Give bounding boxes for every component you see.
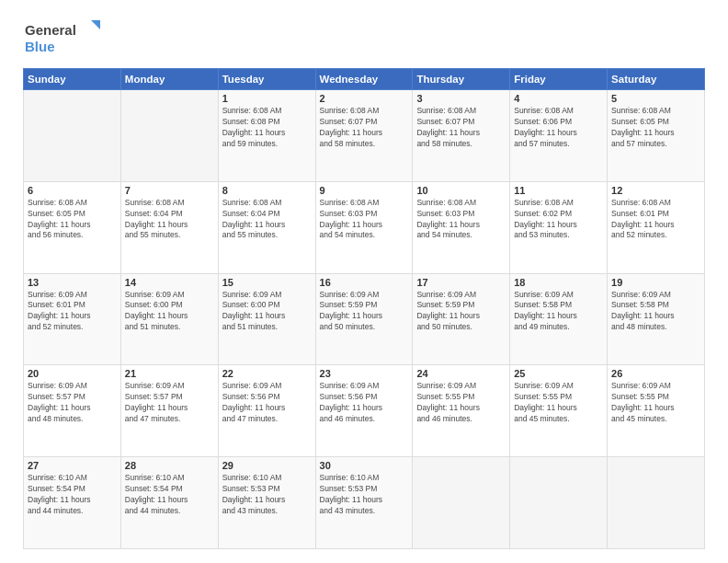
calendar-table: SundayMondayTuesdayWednesdayThursdayFrid…: [23, 68, 705, 549]
day-number: 10: [416, 185, 506, 196]
day-info: Sunrise: 6:09 AM Sunset: 5:56 PM Dayligh…: [320, 381, 409, 425]
week-row-5: 27Sunrise: 6:10 AM Sunset: 5:54 PM Dayli…: [24, 457, 705, 549]
day-cell-17: 17Sunrise: 6:09 AM Sunset: 5:59 PM Dayli…: [413, 273, 510, 365]
day-number: 22: [222, 368, 312, 379]
empty-cell: [120, 90, 218, 182]
day-number: 12: [611, 185, 700, 196]
day-number: 25: [514, 368, 603, 379]
day-info: Sunrise: 6:09 AM Sunset: 5:59 PM Dayligh…: [416, 290, 506, 334]
header: General Blue: [23, 18, 705, 57]
day-number: 4: [514, 93, 603, 104]
day-number: 7: [125, 185, 214, 196]
day-info: Sunrise: 6:08 AM Sunset: 6:03 PM Dayligh…: [320, 198, 409, 242]
day-cell-28: 28Sunrise: 6:10 AM Sunset: 5:54 PM Dayli…: [120, 457, 218, 549]
day-cell-20: 20Sunrise: 6:09 AM Sunset: 5:57 PM Dayli…: [24, 365, 121, 457]
day-number: 29: [222, 460, 312, 471]
day-info: Sunrise: 6:09 AM Sunset: 6:00 PM Dayligh…: [125, 290, 214, 334]
empty-cell: [510, 457, 608, 549]
weekday-header-wednesday: Wednesday: [315, 69, 413, 90]
day-number: 14: [125, 277, 214, 288]
day-number: 18: [514, 277, 603, 288]
day-number: 28: [125, 460, 214, 471]
day-info: Sunrise: 6:10 AM Sunset: 5:53 PM Dayligh…: [222, 473, 312, 517]
day-cell-1: 1Sunrise: 6:08 AM Sunset: 6:08 PM Daylig…: [218, 90, 315, 182]
day-cell-29: 29Sunrise: 6:10 AM Sunset: 5:53 PM Dayli…: [218, 457, 315, 549]
week-row-1: 1Sunrise: 6:08 AM Sunset: 6:08 PM Daylig…: [24, 90, 705, 182]
weekday-header-friday: Friday: [510, 69, 608, 90]
day-info: Sunrise: 6:09 AM Sunset: 5:57 PM Dayligh…: [125, 381, 214, 425]
page: General Blue SundayMondayTuesdayWednesda…: [0, 0, 728, 563]
weekday-header-row: SundayMondayTuesdayWednesdayThursdayFrid…: [24, 69, 705, 90]
svg-text:General: General: [25, 22, 76, 38]
day-number: 3: [416, 93, 506, 104]
day-cell-25: 25Sunrise: 6:09 AM Sunset: 5:55 PM Dayli…: [510, 365, 608, 457]
weekday-header-thursday: Thursday: [413, 69, 510, 90]
weekday-header-sunday: Sunday: [24, 69, 121, 90]
day-cell-24: 24Sunrise: 6:09 AM Sunset: 5:55 PM Dayli…: [413, 365, 510, 457]
day-number: 30: [320, 460, 409, 471]
weekday-header-saturday: Saturday: [608, 69, 705, 90]
day-cell-7: 7Sunrise: 6:08 AM Sunset: 6:04 PM Daylig…: [120, 181, 218, 273]
day-cell-12: 12Sunrise: 6:08 AM Sunset: 6:01 PM Dayli…: [608, 181, 705, 273]
day-info: Sunrise: 6:10 AM Sunset: 5:54 PM Dayligh…: [125, 473, 214, 517]
day-cell-9: 9Sunrise: 6:08 AM Sunset: 6:03 PM Daylig…: [315, 181, 413, 273]
day-info: Sunrise: 6:08 AM Sunset: 6:05 PM Dayligh…: [611, 106, 700, 150]
day-info: Sunrise: 6:08 AM Sunset: 6:02 PM Dayligh…: [514, 198, 603, 242]
empty-cell: [24, 90, 121, 182]
day-cell-26: 26Sunrise: 6:09 AM Sunset: 5:55 PM Dayli…: [608, 365, 705, 457]
day-cell-15: 15Sunrise: 6:09 AM Sunset: 6:00 PM Dayli…: [218, 273, 315, 365]
day-number: 26: [611, 368, 700, 379]
day-cell-13: 13Sunrise: 6:09 AM Sunset: 6:01 PM Dayli…: [24, 273, 121, 365]
day-number: 19: [611, 277, 700, 288]
day-number: 21: [125, 368, 214, 379]
empty-cell: [413, 457, 510, 549]
day-number: 5: [611, 93, 700, 104]
logo: General Blue: [23, 18, 106, 57]
weekday-header-tuesday: Tuesday: [218, 69, 315, 90]
day-info: Sunrise: 6:08 AM Sunset: 6:04 PM Dayligh…: [125, 198, 214, 242]
day-cell-2: 2Sunrise: 6:08 AM Sunset: 6:07 PM Daylig…: [315, 90, 413, 182]
day-info: Sunrise: 6:10 AM Sunset: 5:53 PM Dayligh…: [320, 473, 409, 517]
day-cell-5: 5Sunrise: 6:08 AM Sunset: 6:05 PM Daylig…: [608, 90, 705, 182]
day-number: 6: [28, 185, 117, 196]
day-info: Sunrise: 6:09 AM Sunset: 5:57 PM Dayligh…: [28, 381, 117, 425]
weekday-header-monday: Monday: [120, 69, 218, 90]
day-cell-4: 4Sunrise: 6:08 AM Sunset: 6:06 PM Daylig…: [510, 90, 608, 182]
day-number: 1: [222, 93, 312, 104]
svg-marker-1: [91, 20, 100, 29]
day-number: 27: [28, 460, 117, 471]
day-info: Sunrise: 6:08 AM Sunset: 6:04 PM Dayligh…: [222, 198, 312, 242]
day-info: Sunrise: 6:09 AM Sunset: 5:55 PM Dayligh…: [611, 381, 700, 425]
day-number: 9: [320, 185, 409, 196]
day-info: Sunrise: 6:09 AM Sunset: 5:58 PM Dayligh…: [514, 290, 603, 334]
week-row-2: 6Sunrise: 6:08 AM Sunset: 6:05 PM Daylig…: [24, 181, 705, 273]
day-info: Sunrise: 6:08 AM Sunset: 6:03 PM Dayligh…: [416, 198, 506, 242]
day-number: 8: [222, 185, 312, 196]
day-cell-21: 21Sunrise: 6:09 AM Sunset: 5:57 PM Dayli…: [120, 365, 218, 457]
day-cell-11: 11Sunrise: 6:08 AM Sunset: 6:02 PM Dayli…: [510, 181, 608, 273]
day-info: Sunrise: 6:08 AM Sunset: 6:08 PM Dayligh…: [222, 106, 312, 150]
day-number: 20: [28, 368, 117, 379]
day-number: 17: [416, 277, 506, 288]
empty-cell: [608, 457, 705, 549]
day-cell-6: 6Sunrise: 6:08 AM Sunset: 6:05 PM Daylig…: [24, 181, 121, 273]
day-number: 15: [222, 277, 312, 288]
day-info: Sunrise: 6:08 AM Sunset: 6:06 PM Dayligh…: [514, 106, 603, 150]
day-cell-30: 30Sunrise: 6:10 AM Sunset: 5:53 PM Dayli…: [315, 457, 413, 549]
day-number: 11: [514, 185, 603, 196]
calendar-body: 1Sunrise: 6:08 AM Sunset: 6:08 PM Daylig…: [24, 90, 705, 549]
day-number: 24: [416, 368, 506, 379]
day-cell-23: 23Sunrise: 6:09 AM Sunset: 5:56 PM Dayli…: [315, 365, 413, 457]
day-info: Sunrise: 6:09 AM Sunset: 6:00 PM Dayligh…: [222, 290, 312, 334]
day-cell-16: 16Sunrise: 6:09 AM Sunset: 5:59 PM Dayli…: [315, 273, 413, 365]
day-number: 16: [320, 277, 409, 288]
day-cell-27: 27Sunrise: 6:10 AM Sunset: 5:54 PM Dayli…: [24, 457, 121, 549]
day-info: Sunrise: 6:09 AM Sunset: 5:58 PM Dayligh…: [611, 290, 700, 334]
day-info: Sunrise: 6:10 AM Sunset: 5:54 PM Dayligh…: [28, 473, 117, 517]
day-cell-18: 18Sunrise: 6:09 AM Sunset: 5:58 PM Dayli…: [510, 273, 608, 365]
day-cell-3: 3Sunrise: 6:08 AM Sunset: 6:07 PM Daylig…: [413, 90, 510, 182]
day-info: Sunrise: 6:08 AM Sunset: 6:07 PM Dayligh…: [416, 106, 506, 150]
day-info: Sunrise: 6:08 AM Sunset: 6:05 PM Dayligh…: [28, 198, 117, 242]
calendar-header: SundayMondayTuesdayWednesdayThursdayFrid…: [24, 69, 705, 90]
svg-text:Blue: Blue: [25, 39, 55, 54]
